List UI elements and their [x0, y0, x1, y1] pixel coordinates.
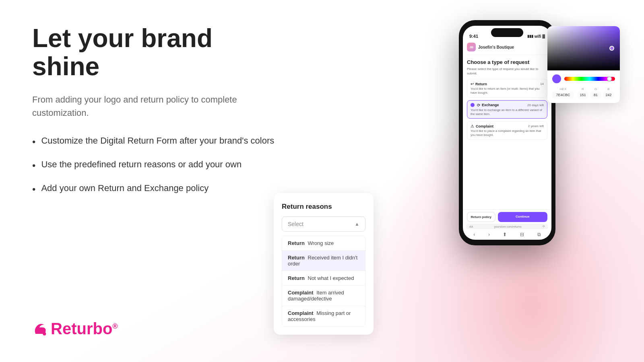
subtitle: From adding your logo and return policy … — [32, 93, 282, 119]
return-desc: You'd like to return an item (or multi- … — [471, 87, 544, 95]
shop-avatar: JB — [467, 43, 476, 51]
g-label: G — [594, 87, 597, 91]
wifi-icon: wifi — [535, 34, 541, 39]
tag-return-1: Return — [288, 240, 306, 246]
complaint-desc: You'd like to place a complaint regardin… — [471, 129, 544, 137]
return-policy-button[interactable]: Return policy — [467, 212, 495, 222]
hue-slider[interactable] — [564, 77, 615, 81]
logo-icon — [32, 321, 48, 337]
tag-complaint-5: Complaint — [288, 310, 315, 316]
bullet-item-3-text: Add your own Return and Exchange policy — [41, 183, 208, 193]
request-card-return-header: ↩ Return 14 — [471, 82, 544, 86]
logo-registered: ® — [112, 322, 118, 330]
item-text-3: Not what I expected — [308, 275, 354, 281]
request-card-exchange[interactable]: ⟳ Exchange 20 days left You'd like to ex… — [467, 100, 547, 119]
continue-button[interactable]: Continue — [498, 212, 547, 222]
item-text-1: Wrong size — [308, 240, 334, 246]
battery-icon: ▓ — [542, 34, 545, 38]
hex-rgb-row: HEX R G B — [552, 87, 615, 98]
tabs-nav-icon[interactable]: ⧉ — [537, 232, 541, 237]
request-card-return[interactable]: ↩ Return 14 You'd like to return an item… — [467, 79, 547, 98]
request-card-complaint[interactable]: ⚠ Complaint 2 years left You'd like to p… — [467, 121, 547, 140]
phone-time: 9:41 — [469, 34, 478, 39]
request-title-row-complaint: ⚠ Complaint — [471, 124, 493, 128]
complaint-title: Complaint — [476, 124, 493, 128]
book-nav-icon[interactable]: ⊟ — [520, 232, 524, 237]
exchange-days: 20 days left — [527, 103, 544, 107]
rgb-group: R G B — [577, 87, 614, 98]
dropdown-list: Return Wrong size Return Received item I… — [282, 236, 365, 327]
phone-body: 9:41 ▮▮▮ wifi ▓ JB Josefin's Boutique Ch… — [459, 20, 555, 245]
color-swatch — [552, 74, 561, 83]
g-input[interactable] — [590, 92, 601, 98]
bullet-item-2: Use the predefined return reasons or add… — [32, 159, 282, 172]
color-gradient-area[interactable] — [547, 26, 620, 70]
return-reasons-card: Return reasons Select ▲ Return Wrong siz… — [274, 193, 374, 335]
b-input-group: B — [603, 87, 614, 98]
aa-text: AA — [469, 225, 473, 228]
hue-slider-thumb[interactable] — [607, 76, 612, 81]
complaint-days: 2 years left — [528, 124, 544, 128]
selected-indicator — [471, 103, 475, 107]
svg-point-0 — [43, 332, 46, 335]
select-dropdown[interactable]: Select ▲ — [282, 216, 365, 232]
bullet-item-3: Add your own Return and Exchange policy — [32, 183, 282, 195]
return-icon: ↩ — [471, 82, 474, 86]
refresh-icon[interactable]: ⟳ — [543, 225, 545, 228]
complaint-icon: ⚠ — [471, 124, 474, 128]
shop-header: JB Josefin's Boutique — [467, 43, 547, 55]
request-title-row-return: ↩ Return — [471, 82, 487, 86]
tag-return-3: Return — [288, 275, 306, 281]
return-title: Return — [475, 82, 487, 86]
url-bar: AA yourstore.com/returns ⟳ — [466, 224, 548, 229]
main-title: Let your brand shine — [32, 24, 282, 81]
exchange-icon: ⟳ — [477, 103, 480, 107]
return-days: 14 — [540, 82, 544, 86]
dropdown-item-1[interactable]: Return Wrong size — [282, 236, 365, 251]
dropdown-item-5[interactable]: Complaint Missing part or accessories — [282, 306, 365, 326]
hue-row — [552, 74, 615, 83]
dropdown-item-2[interactable]: Return Received item I didn't order — [282, 251, 365, 271]
choose-request-subtitle: Please select the type of request you wo… — [467, 67, 547, 76]
bullet-item-1-text: Customize the Digital Return Form after … — [41, 136, 274, 146]
signal-icon: ▮▮▮ — [527, 34, 533, 38]
back-nav-icon[interactable]: ‹ — [473, 232, 475, 237]
request-title-row-exchange: ⟳ Exchange — [471, 103, 499, 107]
phone-notch — [491, 28, 523, 37]
request-card-exchange-header: ⟳ Exchange 20 days left — [471, 103, 544, 107]
dropdown-item-4[interactable]: Complaint Item arrived damaged/defective — [282, 286, 365, 306]
hex-input-group: HEX — [552, 87, 574, 98]
g-input-group: G — [590, 87, 601, 98]
return-reasons-title: Return reasons — [282, 203, 365, 211]
dropdown-item-3[interactable]: Return Not what I expected — [282, 271, 365, 286]
select-placeholder: Select — [288, 221, 303, 227]
tag-return-2: Return — [288, 255, 306, 261]
b-input[interactable] — [603, 92, 614, 98]
choose-request-title: Choose a type of request — [467, 59, 547, 65]
phone-footer-buttons: Return policy Continue — [463, 209, 551, 224]
request-card-complaint-header: ⚠ Complaint 2 years left — [471, 124, 544, 128]
left-section: Let your brand shine From adding your lo… — [32, 24, 282, 207]
phone-content: JB Josefin's Boutique Choose a type of r… — [463, 40, 551, 209]
exchange-desc: You'd like to exchange an item to a diff… — [471, 108, 544, 116]
exchange-title: Exchange — [482, 103, 499, 107]
color-gradient-handle[interactable] — [609, 46, 614, 51]
tag-complaint-4: Complaint — [288, 290, 315, 296]
hex-input[interactable] — [552, 92, 574, 98]
status-icons: ▮▮▮ wifi ▓ — [527, 34, 545, 39]
forward-nav-icon[interactable]: › — [488, 232, 490, 237]
b-label: B — [607, 87, 609, 91]
phone-screen: 9:41 ▮▮▮ wifi ▓ JB Josefin's Boutique Ch… — [463, 26, 551, 240]
bullet-list: Customize the Digital Return Form after … — [32, 136, 282, 196]
share-nav-icon[interactable]: ⬆ — [503, 232, 507, 237]
r-label: R — [582, 87, 584, 91]
r-input-group: R — [577, 87, 588, 98]
color-picker-widget: HEX R G B — [547, 26, 620, 103]
shop-name: Josefin's Boutique — [478, 45, 514, 49]
r-input[interactable] — [577, 92, 588, 98]
logo: Returbo® — [32, 320, 118, 338]
chevron-up-icon: ▲ — [355, 221, 359, 227]
phone-nav-bar: ‹ › ⬆ ⊟ ⧉ — [463, 230, 551, 240]
logo-text: Returbo® — [51, 320, 118, 338]
color-picker-bottom: HEX R G B — [547, 70, 620, 103]
